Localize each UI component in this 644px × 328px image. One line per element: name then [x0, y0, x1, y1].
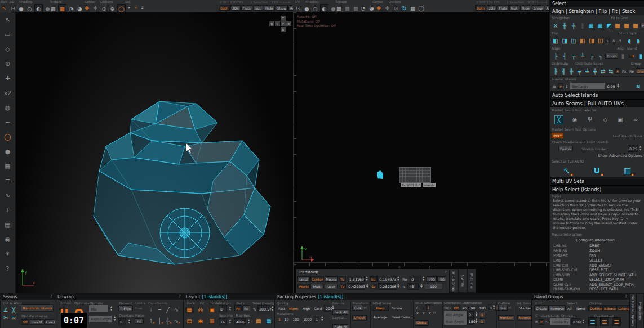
straighten-h-icon[interactable]: ╫ — [561, 21, 569, 29]
pelt-button[interactable]: PELT — [552, 133, 563, 138]
overlaps-stepper[interactable] — [127, 318, 131, 325]
su-value[interactable]: 0.197973 — [377, 276, 396, 282]
island-move-icon[interactable]: → — [628, 52, 636, 60]
paint-select-icon[interactable]: ⊕ — [0, 56, 15, 71]
select-all-button[interactable]: All — [566, 305, 573, 311]
map-res-stepper[interactable] — [247, 318, 251, 325]
select-section-header[interactable]: Select — [550, 0, 644, 7]
mutation-button[interactable]: 1 — [277, 316, 282, 322]
sv-value[interactable]: 0.282006 — [378, 283, 396, 290]
group-re-button[interactable]: Re — [628, 68, 636, 74]
spacing-value[interactable]: 16 — [219, 318, 227, 325]
unwrap-help-icon[interactable]: ? — [179, 294, 181, 299]
uv-islands-tag[interactable]: Islands — [423, 183, 436, 187]
auto-select-islands-header[interactable]: Auto Select Islands — [550, 91, 644, 99]
remove-button[interactable]: Remove — [549, 305, 566, 311]
average-button[interactable]: Average — [372, 314, 389, 320]
visibility-button[interactable]: 3Ds — [230, 5, 241, 11]
stack-similar-icon[interactable]: ≋ — [634, 82, 642, 90]
quality-value[interactable]: 200 — [324, 305, 331, 312]
su-chip[interactable]: Su — [370, 276, 377, 282]
topology-icon[interactable]: ∿ — [0, 188, 15, 203]
dist-top-icon[interactable]: ┯ — [575, 67, 583, 75]
light-bulb-icon[interactable]: ⊙ — [100, 5, 108, 12]
stack-all-icon[interactable]: ☰ — [588, 317, 597, 326]
tab-grid-snap[interactable]: Grid & Snap — [449, 269, 458, 293]
visibility-button[interactable]: Both — [475, 5, 486, 11]
transform-m-label[interactable]: M — [364, 306, 367, 309]
texture-pie-b-icon[interactable]: ◕ — [76, 5, 83, 12]
sis-similarity-field[interactable]: Similarity — [550, 318, 570, 325]
select-tool-icon[interactable]: ↖ — [0, 12, 15, 27]
visibility-button[interactable]: Isol. — [253, 5, 263, 11]
light-toggle-icon[interactable]: ☀ — [0, 246, 15, 261]
island-mode-icon[interactable]: ◯ — [0, 129, 15, 144]
texel-set-icon[interactable]: ▦ — [265, 317, 273, 325]
align-corner-b-icon[interactable]: ┐ — [597, 52, 605, 60]
sis-similarity-value[interactable]: 0.99 — [571, 318, 580, 325]
orient-axis-button[interactable]: Z — [427, 310, 433, 316]
straighten-diag-icon[interactable]: ∥ — [579, 21, 587, 29]
margin-value[interactable]: 8 — [219, 305, 227, 312]
transform-islands-button[interactable]: Transform Islands — [21, 304, 54, 312]
sv-chip[interactable]: Sv — [370, 284, 377, 289]
visibility-button[interactable]: Flats — [498, 5, 509, 11]
texel-get-icon[interactable]: ▦ — [255, 317, 263, 325]
up-axis-z[interactable]: Z — [140, 5, 145, 10]
align-tools-header[interactable]: Align | Straighten | Flip | Fit | Stack — [550, 7, 644, 15]
unlock-button[interactable]: Unlock — [352, 315, 367, 321]
is-value[interactable]: 45 — [407, 283, 419, 290]
units-re-button[interactable]: Re — [242, 305, 250, 311]
pivot-user-button[interactable]: User — [325, 284, 338, 289]
weld-icon[interactable]: ≍ — [10, 313, 17, 321]
uv-pie-b-icon[interactable]: ◕ — [368, 4, 375, 12]
visibility-button[interactable]: 3Ds — [487, 5, 497, 11]
stretch-value[interactable]: 0.25 — [628, 145, 638, 152]
spacing-stepper[interactable] — [228, 318, 232, 325]
orient-axis-button[interactable]: Y — [421, 310, 427, 316]
space-v-icon[interactable]: ⇆ — [607, 67, 615, 75]
uv-wire-icon[interactable]: ○ — [312, 5, 319, 12]
auto-seams-header[interactable]: Auto Seams | Full AUTO UVs — [550, 99, 644, 107]
sis-s-button[interactable]: S — [544, 319, 550, 325]
mix-stepper[interactable] — [109, 305, 113, 312]
leaf-label[interactable]: Leaf — [613, 134, 620, 138]
vertex-mode-icon[interactable]: ● — [0, 144, 15, 159]
update-unwrap-button[interactable]: Off — [21, 319, 29, 325]
uv-tile-tag[interactable]: Px 1001 0:0 — [401, 183, 421, 187]
quality-button[interactable]: Fast — [277, 305, 287, 311]
stack-list-icon[interactable]: ≡ — [0, 173, 15, 188]
multi-uv-sets-header[interactable]: Multi UV Sets — [550, 177, 644, 185]
polygon-mode-icon[interactable]: ▦ — [0, 159, 15, 173]
units-px-button[interactable]: Px — [234, 305, 242, 311]
dist-center-icon[interactable]: ╫ — [567, 67, 575, 75]
layers-icon[interactable]: ▤ — [0, 217, 15, 232]
help-icon[interactable]: ? — [0, 261, 15, 276]
mutations-value[interactable]: 1 — [314, 316, 319, 322]
tu-value[interactable]: -1.33169 — [347, 276, 365, 282]
step-stepper[interactable] — [493, 304, 495, 311]
unpin-constraint-icon[interactable]: ⊺ — [147, 317, 155, 325]
align-top-icon[interactable]: ┬ — [570, 52, 578, 60]
quality-button[interactable]: Gold — [312, 305, 323, 311]
visibility-button[interactable]: Flats — [241, 5, 252, 11]
sv-stepper[interactable] — [397, 283, 401, 290]
rw-stepper[interactable] — [421, 276, 425, 282]
mix-dropdown[interactable]: Mix — [89, 305, 108, 312]
min-angle-field[interactable]: Min Angle — [444, 311, 467, 318]
lasso-select-icon[interactable]: ◇ — [0, 42, 15, 56]
viewcube-back[interactable]: B — [269, 21, 274, 26]
align-corner-a-icon[interactable]: ┌ — [588, 52, 596, 60]
viewport-3d[interactable]: T B L F R B y x — [16, 12, 293, 293]
transform-help-icon[interactable]: ? — [445, 270, 447, 275]
skeleton-seam-icon[interactable]: Ψ — [586, 116, 594, 124]
tv-chip[interactable]: Tv — [339, 284, 346, 289]
t-flips-button[interactable]: T. Flips — [118, 305, 133, 311]
viewcube-left[interactable]: L — [275, 21, 280, 26]
step-angle-button[interactable]: 90 — [469, 305, 477, 311]
step-value[interactable]: 0 — [488, 304, 492, 311]
shaded-sphere-icon[interactable]: ● — [17, 5, 25, 12]
cut-cross-icon[interactable]: ╳ — [10, 305, 17, 313]
auto-unwrap-icon[interactable]: U — [591, 165, 603, 176]
trunk-label[interactable]: Trunk — [633, 134, 642, 138]
